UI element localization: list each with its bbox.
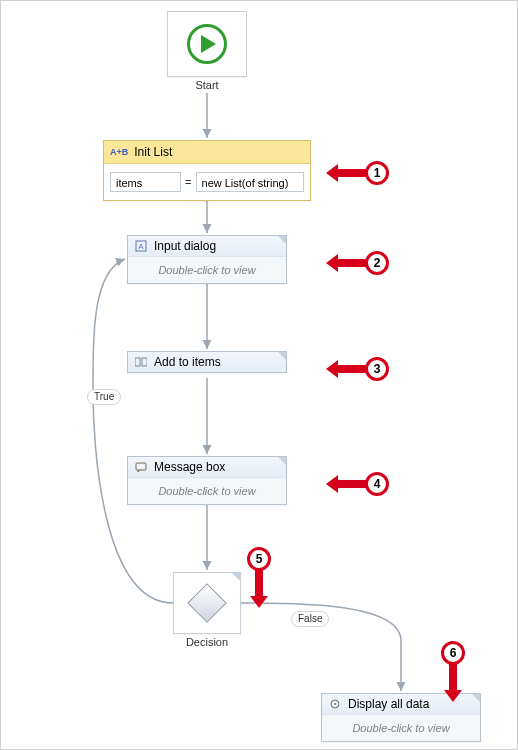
decision-label: Decision [173,636,241,648]
callout-2: 2 [326,251,389,275]
connector-lines [1,1,518,750]
flowchart-canvas: Start A+B Init List items = new List(of … [1,1,518,750]
display-icon [328,697,342,711]
true-branch-label: True [87,389,121,405]
callout-5: 5 [247,547,271,610]
display-all-title: Display all data [348,697,429,711]
start-label: Start [167,79,247,91]
play-icon [187,24,227,64]
callout-1: 1 [326,161,389,185]
callout-3: 3 [326,357,389,381]
svg-text:A: A [138,242,144,251]
add-to-items-title: Add to items [154,355,221,369]
add-to-items-node[interactable]: Add to items [127,351,287,373]
message-box-node[interactable]: Message box Double-click to view [127,456,287,505]
input-dialog-title: Input dialog [154,239,216,253]
svg-rect-4 [136,463,146,470]
start-node[interactable]: Start [167,11,247,91]
svg-rect-2 [135,358,140,366]
display-all-hint: Double-click to view [352,722,449,734]
dialog-icon: A [134,239,148,253]
assign-icon: A+B [110,147,128,157]
input-dialog-node[interactable]: A Input dialog Double-click to view [127,235,287,284]
svg-rect-3 [142,358,147,366]
false-branch-label: False [291,611,329,627]
variable-name-input[interactable]: items [110,172,181,192]
message-box-hint: Double-click to view [158,485,255,497]
expression-input[interactable]: new List(of string) [196,172,304,192]
init-list-node[interactable]: A+B Init List items = new List(of string… [103,140,311,201]
decision-node[interactable]: Decision [173,572,241,648]
svg-point-6 [334,703,336,705]
equals-label: = [185,176,191,188]
message-box-title: Message box [154,460,225,474]
callout-4: 4 [326,472,389,496]
message-icon [134,460,148,474]
callout-6: 6 [441,641,465,704]
init-list-title: Init List [134,145,172,159]
diamond-icon [187,583,227,623]
add-collection-icon [134,355,148,369]
input-dialog-hint: Double-click to view [158,264,255,276]
